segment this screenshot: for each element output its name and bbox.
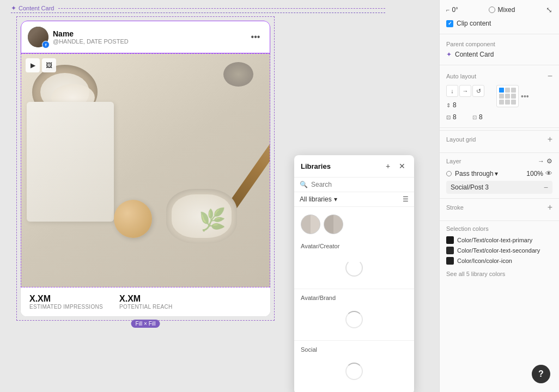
libraries-panel: Libraries + ✕ 🔍 All libraries ▾ ☰ (294, 155, 414, 392)
stroke-title: Stroke (446, 204, 464, 211)
content-card: f Name @HANDLE, DATE POSTED ••• (20, 20, 271, 317)
card-image-area: 🌿 ▶ 🖼 (21, 53, 270, 287)
all-libraries-filter[interactable]: All libraries ▾ (300, 195, 337, 203)
lib-avatar-item-partial2[interactable] (324, 215, 343, 234)
avatar-social-badge: f (42, 41, 50, 48)
card-menu-button[interactable]: ••• (248, 29, 263, 45)
layer-link-icon[interactable]: → (538, 157, 544, 165)
play-button[interactable]: ▶ (26, 58, 40, 72)
list-view-icon[interactable]: ☰ (403, 195, 409, 203)
reach-label: POTENTIAL REACH (119, 304, 172, 310)
layer-mode-select[interactable]: Pass through ▾ (455, 170, 498, 177)
selection-colors-title: Selection colors (446, 225, 489, 232)
lib-avatar-item-partial1[interactable] (301, 215, 320, 234)
align-dot-bl[interactable] (499, 100, 504, 105)
spinner-ring2 (345, 311, 363, 328)
al-horizontal-btn[interactable]: → (459, 85, 471, 97)
clip-content-row: Clip content (440, 17, 559, 32)
lib-content: Avatar/Creator Avatar/Brand Social (294, 207, 414, 392)
parent-component-row: ✦ Content Card (446, 51, 552, 58)
image-controls: ▶ 🖼 (26, 58, 56, 72)
divider1 (440, 34, 559, 34)
parent-component-name: Content Card (455, 51, 494, 58)
lib-filter-bar: All libraries ▾ ☰ (294, 192, 414, 207)
impressions-stat: X.XM ESTIMATED IMPRESSIONS (29, 294, 103, 310)
layout-grid-add[interactable]: + (548, 135, 552, 144)
component-label-text: Content Card (19, 5, 54, 11)
layer-section: Layer → ⚙ Pass through ▾ 100% 👁 Socia (440, 152, 559, 198)
lib-avatar-partial-row (301, 215, 408, 234)
al-wrap-btn[interactable]: ↺ (472, 85, 484, 97)
align-dot-tr[interactable] (511, 88, 516, 93)
auto-layout-header: Auto layout − (446, 72, 552, 81)
color-swatch-1[interactable] (446, 236, 454, 244)
see-all-colors-link[interactable]: See all 5 library colors (446, 267, 552, 281)
stroke-header: Stroke + (446, 203, 552, 212)
align-dot-bc[interactable] (505, 100, 510, 105)
opacity-value: 100% (524, 170, 543, 177)
spa-image: 🌿 (21, 54, 270, 287)
layer-mode-chevron: ▾ (495, 170, 498, 177)
content-card-wrapper: f Name @HANDLE, DATE POSTED ••• (16, 16, 275, 321)
lib-add-button[interactable]: + (382, 161, 393, 171)
padding-val2: 8 (479, 113, 492, 121)
align-dot-tc[interactable] (505, 88, 510, 93)
lib-title: Libraries (301, 162, 331, 170)
color-name-2: Color/Text/color-text-secondary (457, 247, 540, 254)
image-button[interactable]: 🖼 (42, 58, 56, 72)
card-footer: X.XM ESTIMATED IMPRESSIONS X.XM POTENTIA… (21, 287, 270, 316)
panel-top-row: ⌐ 0° Mixed ⤡ (440, 0, 559, 17)
stone-decoration (223, 62, 253, 87)
floral-decoration: 🌿 (199, 207, 226, 232)
layer-icons: → ⚙ (538, 157, 552, 165)
canvas: ✦ Content Card f Name @HANDLE, DATE POST… (0, 0, 439, 392)
visibility-icon[interactable]: 👁 (545, 169, 552, 177)
help-button[interactable]: ? (532, 365, 550, 383)
auto-layout-section: Auto layout − ↓ → ↺ ⇕ 8 ⊡ 8 ⊡ 8 (440, 68, 559, 125)
align-dot-mc[interactable] (505, 94, 510, 99)
color-row-2: Color/Text/color-text-secondary (446, 247, 552, 254)
layout-grid-header: Layout grid + (446, 135, 552, 144)
lib-header: Libraries + ✕ (294, 155, 414, 177)
layer-tag-remove[interactable]: − (544, 183, 548, 192)
parent-diamond-icon: ✦ (446, 51, 452, 58)
search-input[interactable] (311, 181, 409, 188)
impressions-value: X.XM (29, 294, 103, 304)
lib-spinner3 (301, 356, 408, 387)
layer-title: Layer (446, 158, 461, 164)
reach-stat: X.XM POTENTIAL REACH (119, 294, 172, 310)
stroke-section: Stroke + (440, 198, 559, 220)
layer-header: Layer → ⚙ (446, 157, 552, 165)
align-dot-mr[interactable] (511, 94, 516, 99)
align-dot-tl[interactable] (499, 88, 504, 93)
layer-row: Pass through ▾ 100% 👁 (446, 169, 552, 177)
lib-group-avatar-brand: Avatar/Brand (294, 291, 414, 338)
color-swatch-2[interactable] (446, 247, 454, 254)
al-more-button[interactable]: ••• (521, 92, 529, 101)
layer-mode-label: Pass through (455, 170, 494, 177)
align-dot-ml[interactable] (499, 94, 504, 99)
stroke-add[interactable]: + (548, 203, 552, 212)
align-dot-br[interactable] (511, 100, 516, 105)
layer-tag: Social/Post 3 − (446, 181, 552, 194)
al-btn-row1: ↓ → ↺ (446, 85, 492, 97)
spacing-row1: ⇕ 8 (446, 101, 492, 109)
layer-settings-icon[interactable]: ⚙ (546, 157, 552, 165)
angle-item: ⌐ 0° (446, 6, 458, 14)
auto-layout-minus[interactable]: − (548, 72, 552, 81)
radio-icon (489, 7, 495, 13)
card-name: Name (53, 29, 244, 38)
spacing-icon: ⇕ (446, 102, 451, 108)
resize-icon[interactable]: ⤡ (546, 5, 552, 14)
color-name-3: Color/Icon/color-icon (457, 258, 512, 264)
color-swatch-3[interactable] (446, 257, 454, 265)
lib-group-avatar-creator-partial (294, 211, 414, 240)
clip-content-checkbox[interactable] (446, 20, 453, 27)
filter-label: All libraries (300, 195, 332, 203)
color-row-3: Color/Icon/color-icon (446, 257, 552, 265)
al-vertical-btn[interactable]: ↓ (446, 85, 458, 97)
lib-close-button[interactable]: ✕ (397, 161, 408, 171)
layer-right: 100% 👁 (524, 169, 552, 177)
lib-group2-label: Avatar/Brand (301, 295, 408, 301)
padding-separator: ⊡ (472, 114, 477, 120)
